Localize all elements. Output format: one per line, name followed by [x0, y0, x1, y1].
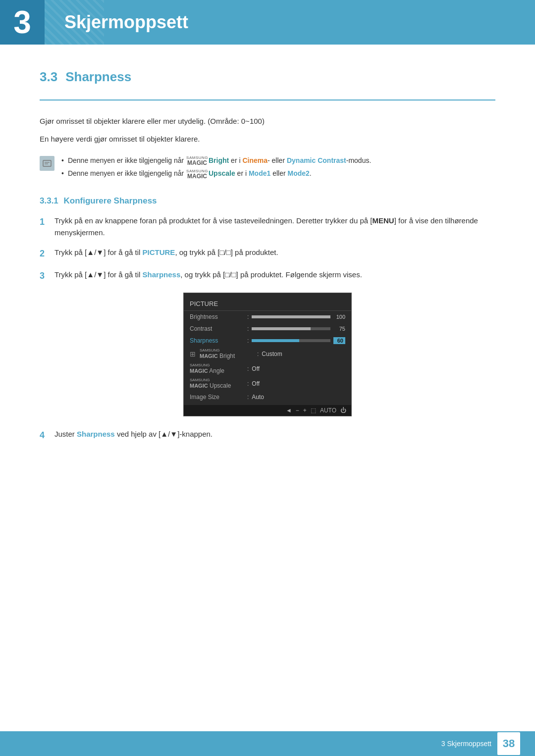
sharpness-fill [252, 339, 299, 342]
osd-btn-minus: − [296, 407, 299, 414]
note-icon-inner [40, 156, 54, 171]
contrast-bar [252, 327, 330, 330]
samsung-magic-brand-1: SAMSUNG MAGIC [186, 156, 208, 166]
note-2-upscale: Upscale [209, 169, 235, 177]
page-footer: 3 Skjermoppsett 38 [0, 731, 535, 756]
osd-label-magic-upscale: SAMSUNG MAGIC Upscale [190, 378, 244, 389]
note-1-dynamic: Dynamic Contrast [287, 156, 346, 164]
osd-item-magic-upscale: SAMSUNG MAGIC Upscale : Off [184, 376, 351, 391]
osd-item-image-size: Image Size : Auto [184, 391, 351, 403]
brightness-value: 100 [333, 314, 345, 320]
step-4-number: 4 [40, 428, 54, 443]
osd-sep-4: : [257, 351, 259, 357]
section-title: Sharpness [65, 69, 131, 85]
note-box: • Denne menyen er ikke tilgjengelig når … [40, 155, 495, 181]
osd-item-magic-angle: SAMSUNG MAGIC Angle : Off [184, 361, 351, 376]
osd-label-brightness: Brightness [190, 313, 244, 320]
menu-bold: MENU [372, 216, 394, 225]
footer-text: 3 Skjermoppsett [441, 740, 491, 748]
note-item-1: • Denne menyen er ikke tilgjengelig når … [61, 155, 495, 166]
step-3: 3 Trykk på [▲/▼] for å gå til Sharpness,… [40, 269, 495, 283]
osd-item-sharpness: Sharpness : 60 [184, 335, 351, 347]
osd-btn-enter: ⬚ [311, 407, 316, 414]
osd-bottom-bar: ◄ − + ⬚ AUTO ⏻ [184, 405, 351, 416]
note-content: • Denne menyen er ikke tilgjengelig når … [61, 155, 495, 181]
note-1-cinema: Cinema [242, 156, 268, 164]
note-2-mode1: Mode1 [249, 169, 270, 177]
subsection-number: 3.3.1 [40, 196, 58, 205]
description-2: En høyere verdi gjør omrisset til objekt… [40, 133, 495, 145]
note-icon [40, 156, 55, 172]
contrast-fill [252, 327, 311, 330]
osd-sep-5: : [247, 365, 249, 372]
chapter-number-box: 3 [0, 0, 45, 45]
contrast-value: 75 [333, 326, 345, 332]
step-3-sharpness: Sharpness [143, 270, 181, 279]
osd-sep-7: : [247, 394, 249, 401]
note-item-2: • Denne menyen er ikke tilgjengelig når … [61, 168, 495, 179]
step-3-text: Trykk på [▲/▼] for å gå til Sharpness, o… [54, 269, 495, 281]
osd-value-magic-angle: Off [252, 365, 260, 372]
osd-bar-sharpness: 60 [252, 337, 345, 344]
step-1: 1 Trykk på en av knappene foran på produ… [40, 215, 495, 239]
osd-value-image-size: Auto [252, 394, 264, 401]
sharpness-value: 60 [333, 337, 345, 344]
osd-value-magic-upscale: Off [252, 380, 260, 387]
footer-page-number: 38 [497, 732, 520, 755]
note-1-text: Denne menyen er ikke tilgjengelig når SA… [68, 155, 371, 166]
step-2-text: Trykk på [▲/▼] for å gå til PICTURE, og … [54, 247, 495, 258]
osd-label-sharpness: Sharpness [190, 337, 244, 344]
step-2-number: 2 [40, 247, 54, 261]
step-4-sharpness: Sharpness [77, 430, 115, 438]
brightness-fill [252, 315, 330, 318]
osd-label-contrast: Contrast [190, 325, 244, 332]
osd-value-magic-bright: Custom [262, 351, 282, 357]
svg-rect-0 [43, 160, 51, 166]
description-1: Gjør omrisset til objekter klarere eller… [40, 115, 495, 127]
section-divider [40, 100, 495, 101]
step-2: 2 Trykk på [▲/▼] for å gå til PICTURE, o… [40, 247, 495, 261]
bullet-2: • [61, 168, 64, 179]
osd-item-brightness: Brightness : 100 [184, 311, 351, 323]
osd-screen: PICTURE Brightness : 100 Contrast : [183, 293, 352, 416]
header-stripe-decoration [45, 0, 104, 45]
step-2-picture: PICTURE [143, 248, 175, 256]
osd-item-magic-bright: ⊞ SAMSUNG MAGIC Bright : Custom [184, 347, 351, 361]
osd-label-image-size: Image Size [190, 394, 244, 401]
osd-btn-plus: + [303, 407, 307, 414]
step-3-number: 3 [40, 269, 54, 283]
osd-container: PICTURE Brightness : 100 Contrast : [40, 293, 495, 416]
sharpness-bar [252, 339, 330, 342]
osd-sep-6: : [247, 380, 249, 387]
step-1-number: 1 [40, 215, 54, 229]
osd-item-contrast: Contrast : 75 [184, 323, 351, 335]
osd-btn-auto: AUTO [320, 407, 336, 414]
section-number: 3.3 [40, 69, 57, 85]
osd-sep-2: : [247, 325, 249, 332]
note-2-mode2: Mode2 [288, 169, 310, 177]
osd-bar-brightness: 100 [252, 314, 345, 320]
osd-btn-left: ◄ [286, 407, 292, 414]
chapter-number: 3 [13, 6, 31, 38]
step-1-text: Trykk på en av knappene foran på produkt… [54, 215, 495, 239]
samsung-magic-brand-2: SAMSUNG MAGIC [186, 169, 208, 179]
steps-list: 1 Trykk på en av knappene foran på produ… [40, 215, 495, 443]
osd-label-magic-angle: SAMSUNG MAGIC Angle [190, 363, 244, 374]
osd-title: PICTURE [184, 298, 351, 311]
page-header: 3 Skjermoppsett [0, 0, 535, 45]
subsection-title: Konfigurere Sharpness [64, 196, 157, 205]
osd-sep-3: : [247, 337, 249, 344]
step-4-text: Juster Sharpness ved hjelp av [▲/▼]-knap… [54, 428, 495, 440]
main-content: 3.3 Sharpness Gjør omrisset til objekter… [0, 45, 535, 490]
brightness-bar [252, 315, 330, 318]
magic-bright-icon: ⊞ [190, 350, 196, 358]
osd-sep-1: : [247, 313, 249, 320]
step-4: 4 Juster Sharpness ved hjelp av [▲/▼]-kn… [40, 428, 495, 443]
note-1-bright: Bright [209, 156, 229, 164]
osd-label-magic-bright: SAMSUNG MAGIC Bright [200, 349, 254, 359]
section-heading: 3.3 Sharpness [40, 69, 495, 85]
osd-bar-contrast: 75 [252, 326, 345, 332]
subsection-heading: 3.3.1 Konfigurere Sharpness [40, 196, 495, 206]
bullet-1: • [61, 155, 64, 166]
note-2-text: Denne menyen er ikke tilgjengelig når SA… [68, 168, 312, 179]
